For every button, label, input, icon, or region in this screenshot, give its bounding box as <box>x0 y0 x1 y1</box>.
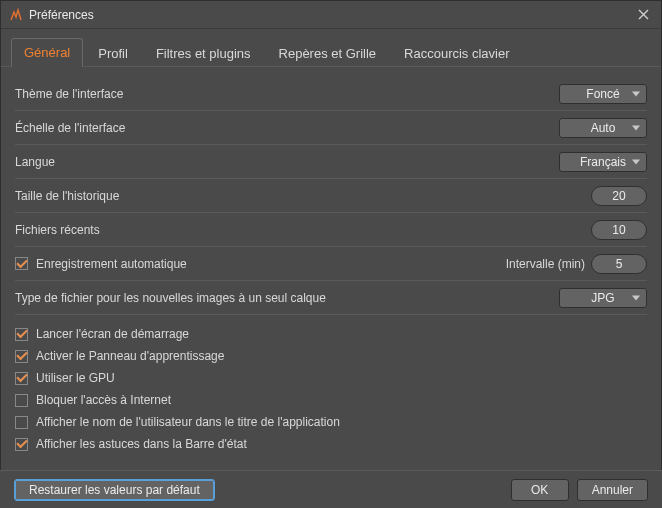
history-value: 20 <box>612 189 625 203</box>
check-startup-label: Lancer l'écran de démarrage <box>36 327 189 341</box>
theme-select[interactable]: Foncé <box>559 84 647 104</box>
app-logo-icon <box>9 8 23 22</box>
history-input[interactable]: 20 <box>591 186 647 206</box>
language-select[interactable]: Français <box>559 152 647 172</box>
check-tips-label: Afficher les astuces dans la Barre d'éta… <box>36 437 247 451</box>
scale-value: Auto <box>591 121 616 135</box>
newfile-select[interactable]: JPG <box>559 288 647 308</box>
scale-select[interactable]: Auto <box>559 118 647 138</box>
ok-button[interactable]: OK <box>511 479 569 501</box>
close-icon <box>638 9 649 20</box>
scale-label: Échelle de l'interface <box>15 121 559 135</box>
recent-value: 10 <box>612 223 625 237</box>
check-learning: Activer le Panneau d'apprentissage <box>15 345 647 367</box>
chevron-down-icon <box>632 159 640 164</box>
tabs-bar: Général Profil Filtres et plugins Repère… <box>1 29 661 67</box>
chevron-down-icon <box>632 91 640 96</box>
language-value: Français <box>580 155 626 169</box>
row-history: Taille de l'historique 20 <box>15 179 647 213</box>
language-label: Langue <box>15 155 559 169</box>
newfile-label: Type de fichier pour les nouvelles image… <box>15 291 559 305</box>
check-username-box[interactable] <box>15 416 28 429</box>
check-learning-label: Activer le Panneau d'apprentissage <box>36 349 224 363</box>
check-learning-box[interactable] <box>15 350 28 363</box>
interval-value: 5 <box>616 257 623 271</box>
tab-filters[interactable]: Filtres et plugins <box>143 39 264 67</box>
recent-input[interactable]: 10 <box>591 220 647 240</box>
check-tips-box[interactable] <box>15 438 28 451</box>
row-autosave: Enregistrement automatique Intervalle (m… <box>15 247 647 281</box>
row-recent: Fichiers récents 10 <box>15 213 647 247</box>
check-username-label: Afficher le nom de l'utilisateur dans le… <box>36 415 340 429</box>
checklist: Lancer l'écran de démarrage Activer le P… <box>15 315 647 455</box>
close-button[interactable] <box>633 5 653 25</box>
check-internet-label: Bloquer l'accès à Internet <box>36 393 171 407</box>
chevron-down-icon <box>632 295 640 300</box>
restore-defaults-button[interactable]: Restaurer les valeurs par défaut <box>14 479 215 501</box>
check-startup-box[interactable] <box>15 328 28 341</box>
check-gpu-box[interactable] <box>15 372 28 385</box>
autosave-label: Enregistrement automatique <box>36 257 506 271</box>
newfile-value: JPG <box>591 291 614 305</box>
row-theme: Thème de l'interface Foncé <box>15 77 647 111</box>
theme-value: Foncé <box>586 87 619 101</box>
content-area: Thème de l'interface Foncé Échelle de l'… <box>1 67 661 455</box>
tab-guides[interactable]: Repères et Grille <box>266 39 390 67</box>
tab-profile[interactable]: Profil <box>85 39 141 67</box>
check-internet: Bloquer l'accès à Internet <box>15 389 647 411</box>
tab-shortcuts[interactable]: Raccourcis clavier <box>391 39 522 67</box>
check-startup: Lancer l'écran de démarrage <box>15 323 647 345</box>
tab-general[interactable]: Général <box>11 38 83 67</box>
check-username: Afficher le nom de l'utilisateur dans le… <box>15 411 647 433</box>
autosave-checkbox[interactable] <box>15 257 28 270</box>
check-tips: Afficher les astuces dans la Barre d'éta… <box>15 433 647 455</box>
chevron-down-icon <box>632 125 640 130</box>
interval-input[interactable]: 5 <box>591 254 647 274</box>
cancel-button[interactable]: Annuler <box>577 479 648 501</box>
interval-label: Intervalle (min) <box>506 257 585 271</box>
check-gpu-label: Utiliser le GPU <box>36 371 115 385</box>
theme-label: Thème de l'interface <box>15 87 559 101</box>
footer: Restaurer les valeurs par défaut OK Annu… <box>0 470 662 508</box>
recent-label: Fichiers récents <box>15 223 591 237</box>
window-title: Préférences <box>29 8 633 22</box>
check-internet-box[interactable] <box>15 394 28 407</box>
history-label: Taille de l'historique <box>15 189 591 203</box>
row-language: Langue Français <box>15 145 647 179</box>
row-scale: Échelle de l'interface Auto <box>15 111 647 145</box>
check-gpu: Utiliser le GPU <box>15 367 647 389</box>
titlebar: Préférences <box>1 1 661 29</box>
row-newfile: Type de fichier pour les nouvelles image… <box>15 281 647 315</box>
